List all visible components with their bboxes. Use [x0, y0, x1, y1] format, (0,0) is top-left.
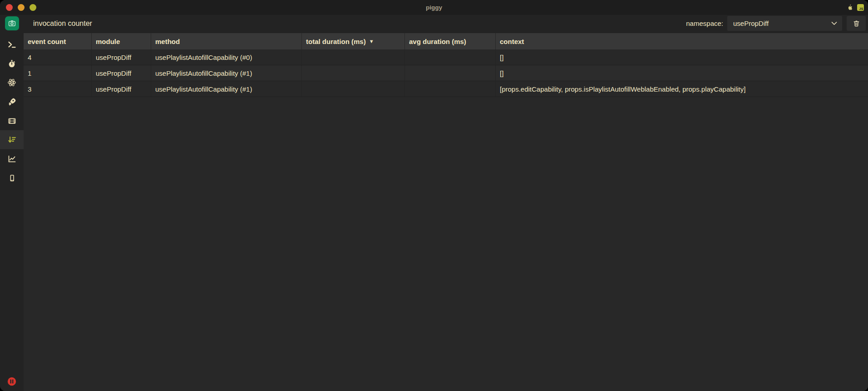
- sidebar-item-chart[interactable]: [0, 149, 24, 168]
- chevron-down-icon: [831, 21, 837, 25]
- atom-icon: [7, 78, 17, 88]
- namespace-select[interactable]: usePropDiff: [727, 16, 842, 31]
- cell-avg-duration: [405, 49, 496, 65]
- js-badge-icon[interactable]: JS: [857, 4, 864, 11]
- apple-logo-icon[interactable]: [847, 4, 854, 11]
- toolbar-right: namespace: usePropDiff: [686, 16, 866, 31]
- cell-total-duration: [302, 81, 405, 97]
- sort-descending-icon: [7, 135, 17, 145]
- sort-descending-indicator: ▼: [369, 39, 374, 44]
- table-row[interactable]: 4 usePropDiff usePlaylistAutofillCapabil…: [24, 49, 868, 65]
- zoom-button[interactable]: [30, 4, 36, 11]
- mobile-phone-icon: [8, 173, 16, 183]
- table-header-row: event count module method total duration…: [24, 33, 868, 49]
- cell-context: [props.editCapability, props.isPlaylistA…: [496, 81, 868, 97]
- table-row[interactable]: 1 usePropDiff usePlaylistAutofillCapabil…: [24, 65, 868, 81]
- cell-method: usePlaylistAutofillCapability (#0): [151, 49, 302, 65]
- window-title: piggy: [0, 4, 868, 11]
- empty-area: [24, 97, 868, 391]
- cell-method: usePlaylistAutofillCapability (#1): [151, 65, 302, 81]
- line-chart-icon: [7, 154, 17, 164]
- sidebar-item-invocation-counter[interactable]: [0, 130, 24, 149]
- app-logo: [5, 16, 19, 30]
- sidebar-item-stopwatch[interactable]: [0, 54, 24, 73]
- namespace-label: namespace:: [686, 20, 723, 27]
- cell-avg-duration: [405, 65, 496, 81]
- sidebar-item-atom[interactable]: [0, 73, 24, 92]
- stopwatch-icon: [7, 59, 16, 68]
- sidebar-item-mobile[interactable]: [0, 168, 24, 187]
- app-window: piggy JS: [0, 0, 868, 391]
- column-header-event-count[interactable]: event count: [24, 33, 92, 49]
- cell-context: []: [496, 49, 868, 65]
- sidebar: [0, 15, 24, 391]
- cell-event-count: 4: [24, 49, 92, 65]
- rocket-icon: [7, 97, 17, 107]
- cell-total-duration: [302, 65, 405, 81]
- cell-module: usePropDiff: [92, 65, 151, 81]
- titlebar-status-icons: JS: [847, 0, 864, 15]
- page-title: invocation counter: [33, 20, 92, 28]
- sidebar-item-terminal[interactable]: [0, 35, 24, 54]
- cell-module: usePropDiff: [92, 81, 151, 97]
- terminal-icon: [7, 40, 17, 49]
- namespace-selected-value: usePropDiff: [733, 20, 769, 27]
- title-bar: piggy JS: [0, 0, 868, 15]
- traffic-lights: [0, 4, 36, 11]
- column-header-method[interactable]: method: [151, 33, 302, 49]
- js-badge-label: JS: [859, 7, 863, 11]
- cell-context: []: [496, 65, 868, 81]
- record-control: [0, 376, 24, 386]
- camera-scan-icon: [7, 19, 17, 28]
- clear-namespace-button[interactable]: [847, 16, 866, 31]
- minimize-button[interactable]: [18, 4, 25, 11]
- sidebar-item-film[interactable]: [0, 111, 24, 130]
- column-header-context[interactable]: context: [496, 33, 868, 49]
- trash-icon: [853, 20, 860, 27]
- main-content: invocation counter namespace: usePropDif…: [24, 15, 868, 391]
- column-header-module[interactable]: module: [92, 33, 151, 49]
- cell-total-duration: [302, 49, 405, 65]
- sidebar-item-rocket[interactable]: [0, 92, 24, 111]
- cell-event-count: 3: [24, 81, 92, 97]
- cell-event-count: 1: [24, 65, 92, 81]
- toolbar: invocation counter namespace: usePropDif…: [24, 15, 868, 32]
- column-header-avg-duration[interactable]: avg duration (ms): [405, 33, 496, 49]
- film-icon: [7, 116, 17, 126]
- cell-module: usePropDiff: [92, 49, 151, 65]
- pause-icon[interactable]: [7, 376, 17, 386]
- cell-method: usePlaylistAutofillCapability (#1): [151, 81, 302, 97]
- table-row[interactable]: 3 usePropDiff usePlaylistAutofillCapabil…: [24, 81, 868, 97]
- column-header-total-duration[interactable]: total duration (ms) ▼: [302, 33, 405, 49]
- close-button[interactable]: [6, 4, 13, 11]
- cell-avg-duration: [405, 81, 496, 97]
